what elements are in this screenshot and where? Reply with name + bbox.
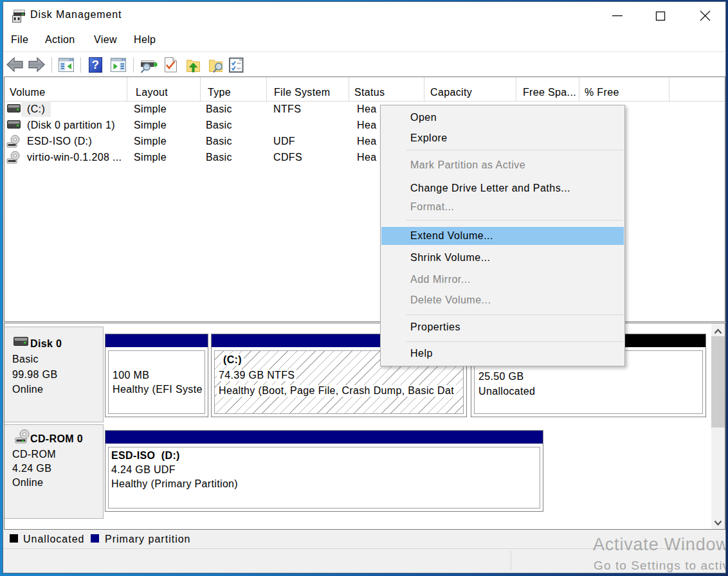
svg-text:?: ? (92, 58, 100, 71)
